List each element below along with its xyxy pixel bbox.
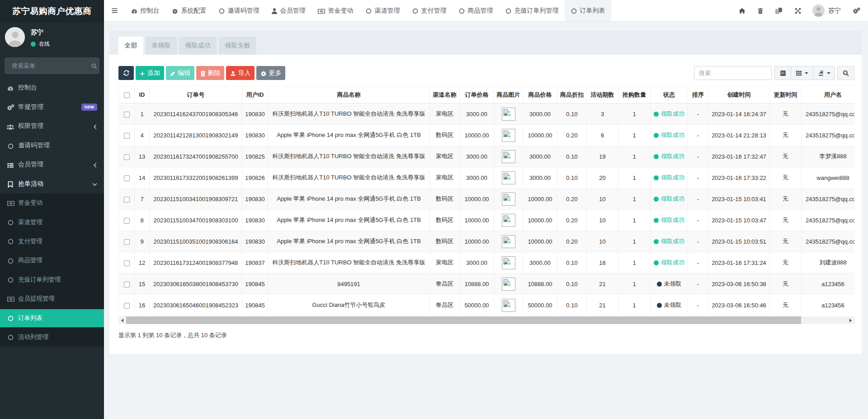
menu-toggle-icon[interactable]: [104, 0, 125, 21]
nav-tab-订单列表[interactable]: 订单列表: [565, 0, 611, 21]
online-dot-icon: [31, 42, 36, 47]
column-header-商品名称[interactable]: 商品名称: [268, 86, 430, 104]
sidebar-item-邀请码管理[interactable]: 邀请码管理: [0, 136, 104, 155]
refresh-button[interactable]: [118, 66, 134, 80]
table-row[interactable]: 1320230116173247001908255700190825科沃斯扫地机…: [119, 146, 855, 167]
nav-tab-充值订单列管理[interactable]: 充值订单列管理: [499, 0, 565, 21]
search-icon[interactable]: [91, 62, 97, 69]
export-button[interactable]: [813, 66, 835, 80]
horizontal-scrollbar[interactable]: [118, 316, 854, 324]
column-header-活动期数[interactable]: 活动期数: [587, 86, 618, 104]
column-header-用户名[interactable]: 用户名: [802, 86, 855, 104]
columns-toggle-button[interactable]: [791, 66, 813, 80]
scroll-left-arrow-icon[interactable]: [118, 316, 126, 324]
table-row[interactable]: 1520230306165038001908453730190845849519…: [119, 273, 855, 295]
column-header-ID[interactable]: ID: [135, 86, 150, 104]
table-row[interactable]: 120230114162437001908305346190830科沃斯扫地机器…: [119, 104, 855, 125]
row-checkbox[interactable]: [124, 154, 130, 160]
sidebar-subitem-订单列表[interactable]: 订单列表: [0, 308, 104, 327]
product-image-placeholder[interactable]: [502, 278, 515, 291]
product-image-placeholder[interactable]: [502, 129, 515, 142]
sidebar-item-常规管理[interactable]: 常规管理new: [0, 98, 104, 117]
filter-tab-领取失败[interactable]: 领取失败: [219, 37, 256, 55]
nav-tab-会员管理[interactable]: 会员管理: [265, 0, 311, 21]
table-row[interactable]: 420230114212813001908302149190830Apple 苹…: [119, 125, 855, 146]
product-image-placeholder[interactable]: [502, 235, 515, 248]
sidebar-subitem-活动列管理[interactable]: 活动列管理: [0, 328, 104, 347]
product-image-placeholder[interactable]: [502, 256, 515, 269]
row-checkbox[interactable]: [124, 175, 130, 181]
column-header-订单价格[interactable]: 订单价格: [460, 86, 494, 104]
nav-tab-资金变动[interactable]: 资金变动: [311, 0, 359, 21]
column-header-用户ID[interactable]: 用户ID: [242, 86, 268, 104]
table-row[interactable]: 820230115100347001908303100190830Apple 苹…: [119, 210, 855, 231]
row-checkbox[interactable]: [124, 197, 130, 202]
row-checkbox[interactable]: [124, 133, 130, 139]
column-header-状态[interactable]: 状态: [651, 86, 688, 104]
row-checkbox[interactable]: [124, 260, 130, 266]
nav-tab-商品管理[interactable]: 商品管理: [453, 0, 499, 21]
nav-tab-渠道管理[interactable]: 渠道管理: [359, 0, 406, 21]
product-image-placeholder[interactable]: [502, 171, 515, 184]
table-search-input[interactable]: [699, 66, 767, 80]
import-button[interactable]: 导入: [226, 66, 255, 80]
row-checkbox[interactable]: [124, 218, 130, 224]
filter-tab-未领取[interactable]: 未领取: [146, 37, 177, 55]
add-button[interactable]: 添加: [136, 66, 164, 80]
edit-button[interactable]: 编辑: [166, 66, 194, 80]
table-row[interactable]: 920230115100351001908306164190830Apple 苹…: [119, 231, 855, 252]
sidebar-subitem-支付管理[interactable]: 支付管理: [0, 232, 104, 251]
table-row[interactable]: 720230115100341001908309721190830Apple 苹…: [119, 188, 855, 210]
language-icon[interactable]: [769, 0, 788, 22]
column-header-抢购数量[interactable]: 抢购数量: [618, 86, 651, 104]
column-header-商品折扣[interactable]: 商品折扣: [557, 86, 587, 104]
row-checkbox[interactable]: [124, 303, 130, 309]
table-row[interactable]: 1620230306165046001908452323190845Gucci …: [119, 295, 855, 316]
row-checkbox[interactable]: [124, 112, 130, 118]
table-row[interactable]: 1420230116173322001908261399190826科沃斯扫地机…: [119, 167, 855, 188]
detail-view-button[interactable]: [774, 66, 791, 80]
column-header-渠道名称[interactable]: 渠道名称: [430, 86, 460, 104]
row-checkbox[interactable]: [124, 239, 130, 245]
sidebar-subitem-商品管理[interactable]: 商品管理: [0, 251, 104, 270]
navbar-user[interactable]: 苏宁: [807, 5, 846, 17]
sidebar-item-权限管理[interactable]: 权限管理: [0, 117, 104, 136]
scrollbar-thumb[interactable]: [126, 316, 801, 324]
column-header-订单号[interactable]: 订单号: [150, 86, 242, 104]
product-image-placeholder[interactable]: [502, 214, 515, 227]
column-header-更新时间[interactable]: 更新时间: [770, 86, 802, 104]
nav-tab-邀请码管理[interactable]: 邀请码管理: [212, 0, 265, 21]
product-image-placeholder[interactable]: [502, 150, 515, 163]
product-image-placeholder[interactable]: [502, 299, 515, 312]
sidebar-subitem-资金变动[interactable]: 资金变动: [0, 193, 104, 212]
product-image-placeholder[interactable]: [502, 193, 515, 206]
column-header-创建时间[interactable]: 创建时间: [708, 86, 770, 104]
filter-tab-全部[interactable]: 全部: [118, 37, 143, 55]
column-header-排序[interactable]: 排序: [688, 86, 708, 104]
sidebar-item-抢单活动[interactable]: 抢单活动: [0, 174, 104, 194]
sidebar-subitem-会员提现管理[interactable]: 会员提现管理: [0, 289, 104, 308]
settings-cogs-icon[interactable]: [846, 0, 866, 22]
home-icon[interactable]: [732, 0, 751, 22]
sidebar-subitem-充值订单列管理[interactable]: 充值订单列管理: [0, 270, 104, 289]
search-submit-button[interactable]: [837, 66, 854, 80]
scroll-right-arrow-icon[interactable]: [847, 316, 854, 324]
sidebar-item-会员管理[interactable]: 会员管理: [0, 155, 104, 174]
sidebar-item-控制台[interactable]: 控制台: [0, 78, 104, 98]
product-image-placeholder[interactable]: [502, 108, 515, 121]
nav-tab-控制台[interactable]: 控制台: [125, 0, 165, 21]
nav-tab-支付管理[interactable]: 支付管理: [406, 0, 453, 21]
filter-tab-领取成功[interactable]: 领取成功: [179, 37, 217, 55]
sidebar-subitem-渠道管理[interactable]: 渠道管理: [0, 212, 104, 231]
expand-icon[interactable]: [788, 0, 807, 22]
column-header-商品价格[interactable]: 商品价格: [523, 86, 557, 104]
column-header-商品图片[interactable]: 商品图片: [494, 86, 523, 104]
table-row[interactable]: 1220230116173124001908377948190837科沃斯扫地机…: [119, 252, 855, 273]
nav-tab-系统配置[interactable]: 系统配置: [165, 0, 212, 21]
sidebar-search-input[interactable]: [12, 62, 91, 69]
row-checkbox[interactable]: [124, 282, 130, 287]
delete-button[interactable]: 删除: [196, 66, 224, 80]
more-button[interactable]: 更多: [256, 66, 285, 80]
select-all-checkbox[interactable]: [124, 92, 130, 98]
trash-icon[interactable]: [751, 0, 769, 22]
